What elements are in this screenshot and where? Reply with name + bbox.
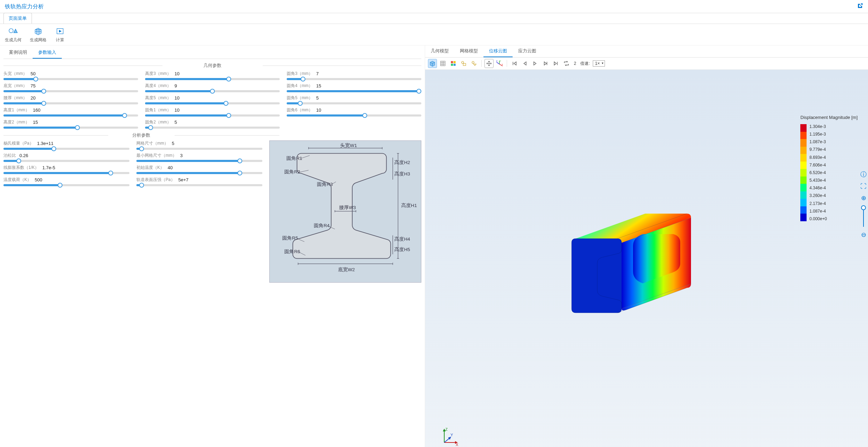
param-label: 网格尺寸（mm） <box>136 140 168 146</box>
param-value: 5e+7 <box>178 177 188 182</box>
param-slider[interactable] <box>136 160 262 162</box>
generate-geometry-button[interactable]: 生成几何 <box>5 27 22 43</box>
param-label: 泊松比 <box>3 153 16 158</box>
param-label: 底宽（mm） <box>3 83 27 89</box>
param-slider[interactable] <box>287 102 421 104</box>
last-frame-icon[interactable] <box>551 59 561 68</box>
svg-rect-52 <box>463 63 466 66</box>
geom-param-4: 高度4（mm）9 <box>145 83 280 92</box>
svg-text:圆角R2: 圆角R2 <box>284 169 300 174</box>
external-link-icon[interactable] <box>857 3 863 11</box>
palette-icon[interactable] <box>449 59 458 68</box>
analysis-param-2: 泊松比0.26 <box>3 153 129 162</box>
zoom-slider[interactable] <box>860 206 867 227</box>
param-slider[interactable] <box>145 90 280 92</box>
param-slider[interactable] <box>3 90 138 92</box>
param-slider[interactable] <box>287 114 421 117</box>
param-label: 初始温度（K） <box>136 165 164 171</box>
compute-button[interactable]: 计算 <box>55 27 65 43</box>
param-slider[interactable] <box>145 78 280 80</box>
zoom-out-icon[interactable]: ⊖ <box>860 231 867 239</box>
svg-text:X: X <box>502 63 503 66</box>
param-slider[interactable] <box>287 90 421 92</box>
3d-viewport[interactable]: Displacement Magnitude [m] 1.304e-31.195… <box>425 70 868 447</box>
geom-param-7: 高度5（mm）10 <box>145 95 280 104</box>
param-slider[interactable] <box>3 114 138 117</box>
geom-param-11: 圆角6（mm）10 <box>287 107 421 117</box>
param-slider[interactable] <box>145 102 280 104</box>
param-label: 杨氏模量（Pa） <box>3 140 34 146</box>
param-slider[interactable] <box>136 172 262 174</box>
svg-point-0 <box>9 29 13 33</box>
param-slider[interactable] <box>3 127 138 129</box>
param-slider[interactable] <box>3 148 129 150</box>
tab-parameter-input[interactable]: 参数输入 <box>33 47 62 59</box>
svg-text:高度H1: 高度H1 <box>401 203 417 208</box>
right-tabs: 几何模型 网格模型 位移云图 应力云图 <box>425 45 868 58</box>
param-value: 1.7e-5 <box>42 165 55 170</box>
legend-value: 9.779e-4 <box>809 147 827 152</box>
param-label: 高度1（mm） <box>3 107 30 113</box>
param-slider[interactable] <box>3 184 129 186</box>
grid-toggle-icon[interactable] <box>438 59 447 68</box>
page-menu-button[interactable]: 页面菜单 <box>3 13 32 24</box>
legend-value: 1.304e-3 <box>809 124 827 129</box>
viewer-toolbar: YXZ 2 倍速: 1× <box>425 58 868 70</box>
legend-value: 1.195e-3 <box>809 132 827 137</box>
tab-displacement-cloud[interactable]: 位移云图 <box>483 45 513 57</box>
param-value: 10 <box>175 71 179 76</box>
param-label: 圆角6（mm） <box>287 107 313 113</box>
tab-mesh-model[interactable]: 网格模型 <box>454 45 483 57</box>
analysis-param-5: 初始温度（K）40 <box>136 165 262 174</box>
generate-mesh-button[interactable]: 生成网格 <box>30 27 47 43</box>
tab-stress-cloud[interactable]: 应力云图 <box>513 45 542 57</box>
fullscreen-collapse-icon[interactable]: ⛶ <box>860 183 867 190</box>
legend-value: 6.520e-4 <box>809 170 827 175</box>
axis-triad-icon[interactable]: YXZ <box>495 59 504 68</box>
param-value: 9 <box>175 83 177 88</box>
section-geometric-params: 几何参数 <box>3 62 421 69</box>
param-value: 15 <box>316 83 321 88</box>
svg-text:圆角R4: 圆角R4 <box>314 223 330 228</box>
prev-frame-icon[interactable] <box>520 59 529 68</box>
svg-text:圆角R1: 圆角R1 <box>287 156 302 161</box>
next-frame-icon[interactable] <box>541 59 550 68</box>
generate-geometry-label: 生成几何 <box>5 37 22 43</box>
param-slider[interactable] <box>3 172 129 174</box>
param-slider[interactable] <box>145 127 280 129</box>
param-label: 线膨胀系数（1/K） <box>3 165 39 171</box>
geom-param-2: 圆角3（mm）7 <box>287 71 421 80</box>
svg-rect-42 <box>441 61 446 66</box>
param-label: 腰厚（mm） <box>3 95 27 101</box>
param-slider[interactable] <box>287 78 421 80</box>
param-slider[interactable] <box>136 184 262 186</box>
svg-text:Z: Z <box>445 427 448 431</box>
param-value: 3 <box>180 153 183 158</box>
tab-geometry-model[interactable]: 几何模型 <box>425 45 454 57</box>
param-slider[interactable] <box>3 102 138 104</box>
view-cube-icon[interactable] <box>428 59 437 68</box>
svg-text:圆角R3: 圆角R3 <box>317 182 332 187</box>
param-slider[interactable] <box>145 114 280 117</box>
param-value: 40 <box>168 165 172 170</box>
first-frame-icon[interactable] <box>510 59 519 68</box>
tab-case-description[interactable]: 案例说明 <box>3 47 33 59</box>
param-slider[interactable] <box>3 78 138 80</box>
param-slider[interactable] <box>3 160 129 162</box>
light-1-icon[interactable] <box>459 59 468 68</box>
move-icon[interactable] <box>484 59 494 68</box>
speed-select[interactable]: 1× <box>593 60 605 67</box>
loop-icon[interactable] <box>562 59 571 68</box>
help-icon[interactable]: ⓘ <box>860 170 867 179</box>
play-icon[interactable] <box>531 59 540 68</box>
param-label: 高度3（mm） <box>145 71 171 77</box>
svg-text:高度H3: 高度H3 <box>394 171 410 177</box>
analysis-param-4: 线膨胀系数（1/K）1.7e-5 <box>3 165 129 174</box>
compute-label: 计算 <box>56 37 64 43</box>
zoom-in-icon[interactable]: ⊕ <box>860 194 867 202</box>
param-slider[interactable] <box>136 148 262 150</box>
light-2-icon[interactable] <box>470 59 479 68</box>
legend-title: Displacement Magnitude [m] <box>800 115 858 120</box>
geom-param-9: 高度1（mm）160 <box>3 107 138 117</box>
svg-rect-48 <box>454 61 456 63</box>
